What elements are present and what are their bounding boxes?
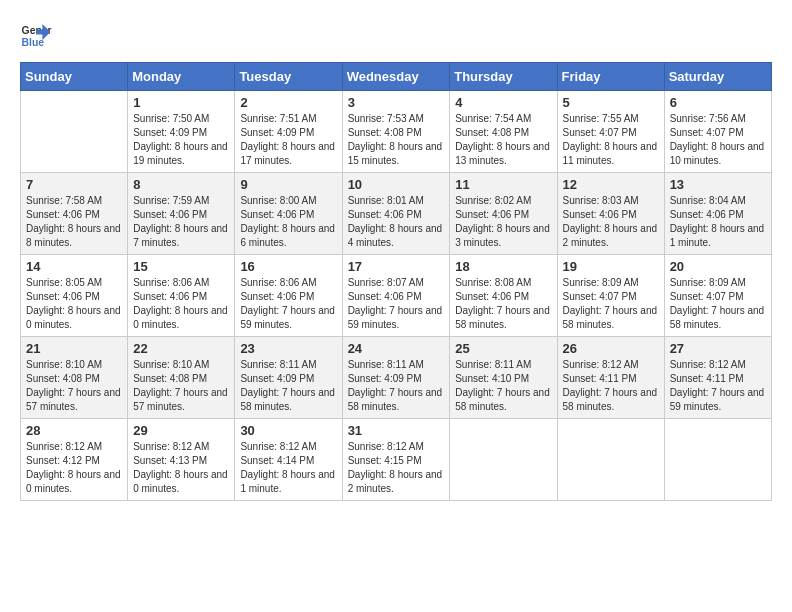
day-number: 9 — [240, 177, 336, 192]
sunrise-text: Sunrise: 8:12 AM — [133, 441, 209, 452]
day-info: Sunrise: 8:01 AMSunset: 4:06 PMDaylight:… — [348, 194, 445, 250]
day-info: Sunrise: 8:12 AMSunset: 4:14 PMDaylight:… — [240, 440, 336, 496]
calendar-cell: 25Sunrise: 8:11 AMSunset: 4:10 PMDayligh… — [450, 337, 557, 419]
daylight-text: Daylight: 8 hours and 0 minutes. — [133, 305, 228, 330]
calendar-week-1: 1Sunrise: 7:50 AMSunset: 4:09 PMDaylight… — [21, 91, 772, 173]
day-info: Sunrise: 8:04 AMSunset: 4:06 PMDaylight:… — [670, 194, 766, 250]
daylight-text: Daylight: 8 hours and 17 minutes. — [240, 141, 335, 166]
day-info: Sunrise: 8:07 AMSunset: 4:06 PMDaylight:… — [348, 276, 445, 332]
daylight-text: Daylight: 8 hours and 0 minutes. — [26, 469, 121, 494]
calendar-cell: 24Sunrise: 8:11 AMSunset: 4:09 PMDayligh… — [342, 337, 450, 419]
calendar-cell: 17Sunrise: 8:07 AMSunset: 4:06 PMDayligh… — [342, 255, 450, 337]
sunset-text: Sunset: 4:09 PM — [240, 127, 314, 138]
day-number: 1 — [133, 95, 229, 110]
calendar-cell: 27Sunrise: 8:12 AMSunset: 4:11 PMDayligh… — [664, 337, 771, 419]
calendar-cell: 13Sunrise: 8:04 AMSunset: 4:06 PMDayligh… — [664, 173, 771, 255]
sunset-text: Sunset: 4:12 PM — [26, 455, 100, 466]
svg-text:Blue: Blue — [22, 37, 45, 48]
daylight-text: Daylight: 8 hours and 6 minutes. — [240, 223, 335, 248]
sunset-text: Sunset: 4:06 PM — [455, 291, 529, 302]
day-number: 6 — [670, 95, 766, 110]
daylight-text: Daylight: 8 hours and 8 minutes. — [26, 223, 121, 248]
sunrise-text: Sunrise: 7:55 AM — [563, 113, 639, 124]
daylight-text: Daylight: 7 hours and 59 minutes. — [240, 305, 335, 330]
day-number: 27 — [670, 341, 766, 356]
day-info: Sunrise: 8:08 AMSunset: 4:06 PMDaylight:… — [455, 276, 551, 332]
sunrise-text: Sunrise: 8:11 AM — [348, 359, 424, 370]
day-info: Sunrise: 8:12 AMSunset: 4:11 PMDaylight:… — [670, 358, 766, 414]
sunset-text: Sunset: 4:11 PM — [670, 373, 744, 384]
calendar-week-2: 7Sunrise: 7:58 AMSunset: 4:06 PMDaylight… — [21, 173, 772, 255]
logo-icon: General Blue — [20, 20, 52, 52]
day-number: 30 — [240, 423, 336, 438]
calendar-cell: 22Sunrise: 8:10 AMSunset: 4:08 PMDayligh… — [128, 337, 235, 419]
daylight-text: Daylight: 8 hours and 10 minutes. — [670, 141, 765, 166]
sunrise-text: Sunrise: 7:51 AM — [240, 113, 316, 124]
calendar-cell: 18Sunrise: 8:08 AMSunset: 4:06 PMDayligh… — [450, 255, 557, 337]
calendar-cell: 16Sunrise: 8:06 AMSunset: 4:06 PMDayligh… — [235, 255, 342, 337]
sunrise-text: Sunrise: 8:09 AM — [670, 277, 746, 288]
daylight-text: Daylight: 8 hours and 7 minutes. — [133, 223, 228, 248]
day-info: Sunrise: 8:11 AMSunset: 4:09 PMDaylight:… — [240, 358, 336, 414]
sunset-text: Sunset: 4:08 PM — [455, 127, 529, 138]
calendar-week-3: 14Sunrise: 8:05 AMSunset: 4:06 PMDayligh… — [21, 255, 772, 337]
sunset-text: Sunset: 4:06 PM — [133, 291, 207, 302]
weekday-header-thursday: Thursday — [450, 63, 557, 91]
weekday-header-monday: Monday — [128, 63, 235, 91]
daylight-text: Daylight: 7 hours and 58 minutes. — [563, 387, 658, 412]
calendar-cell: 23Sunrise: 8:11 AMSunset: 4:09 PMDayligh… — [235, 337, 342, 419]
sunrise-text: Sunrise: 8:07 AM — [348, 277, 424, 288]
sunrise-text: Sunrise: 7:58 AM — [26, 195, 102, 206]
daylight-text: Daylight: 7 hours and 58 minutes. — [240, 387, 335, 412]
calendar-cell: 21Sunrise: 8:10 AMSunset: 4:08 PMDayligh… — [21, 337, 128, 419]
weekday-header-wednesday: Wednesday — [342, 63, 450, 91]
sunrise-text: Sunrise: 7:53 AM — [348, 113, 424, 124]
daylight-text: Daylight: 7 hours and 58 minutes. — [348, 387, 443, 412]
calendar-cell: 30Sunrise: 8:12 AMSunset: 4:14 PMDayligh… — [235, 419, 342, 501]
day-number: 31 — [348, 423, 445, 438]
sunset-text: Sunset: 4:09 PM — [348, 373, 422, 384]
calendar-cell: 26Sunrise: 8:12 AMSunset: 4:11 PMDayligh… — [557, 337, 664, 419]
sunset-text: Sunset: 4:06 PM — [670, 209, 744, 220]
sunset-text: Sunset: 4:07 PM — [563, 291, 637, 302]
sunset-text: Sunset: 4:06 PM — [133, 209, 207, 220]
sunrise-text: Sunrise: 7:54 AM — [455, 113, 531, 124]
sunrise-text: Sunrise: 7:50 AM — [133, 113, 209, 124]
day-number: 2 — [240, 95, 336, 110]
calendar-cell: 19Sunrise: 8:09 AMSunset: 4:07 PMDayligh… — [557, 255, 664, 337]
day-info: Sunrise: 8:12 AMSunset: 4:15 PMDaylight:… — [348, 440, 445, 496]
day-info: Sunrise: 8:05 AMSunset: 4:06 PMDaylight:… — [26, 276, 122, 332]
sunrise-text: Sunrise: 8:11 AM — [455, 359, 531, 370]
sunrise-text: Sunrise: 8:12 AM — [670, 359, 746, 370]
calendar-cell: 10Sunrise: 8:01 AMSunset: 4:06 PMDayligh… — [342, 173, 450, 255]
sunrise-text: Sunrise: 8:04 AM — [670, 195, 746, 206]
sunrise-text: Sunrise: 8:06 AM — [240, 277, 316, 288]
calendar-week-5: 28Sunrise: 8:12 AMSunset: 4:12 PMDayligh… — [21, 419, 772, 501]
logo: General Blue — [20, 20, 60, 52]
calendar-cell: 11Sunrise: 8:02 AMSunset: 4:06 PMDayligh… — [450, 173, 557, 255]
page-header: General Blue — [20, 20, 772, 52]
day-number: 18 — [455, 259, 551, 274]
day-info: Sunrise: 8:02 AMSunset: 4:06 PMDaylight:… — [455, 194, 551, 250]
day-number: 13 — [670, 177, 766, 192]
sunrise-text: Sunrise: 8:12 AM — [240, 441, 316, 452]
sunrise-text: Sunrise: 7:59 AM — [133, 195, 209, 206]
daylight-text: Daylight: 7 hours and 59 minutes. — [348, 305, 443, 330]
day-number: 12 — [563, 177, 659, 192]
daylight-text: Daylight: 8 hours and 15 minutes. — [348, 141, 443, 166]
sunset-text: Sunset: 4:14 PM — [240, 455, 314, 466]
calendar-cell: 28Sunrise: 8:12 AMSunset: 4:12 PMDayligh… — [21, 419, 128, 501]
sunset-text: Sunset: 4:15 PM — [348, 455, 422, 466]
daylight-text: Daylight: 7 hours and 58 minutes. — [670, 305, 765, 330]
day-number: 3 — [348, 95, 445, 110]
calendar-cell: 15Sunrise: 8:06 AMSunset: 4:06 PMDayligh… — [128, 255, 235, 337]
day-info: Sunrise: 8:12 AMSunset: 4:12 PMDaylight:… — [26, 440, 122, 496]
day-info: Sunrise: 7:58 AMSunset: 4:06 PMDaylight:… — [26, 194, 122, 250]
day-number: 17 — [348, 259, 445, 274]
sunrise-text: Sunrise: 8:12 AM — [26, 441, 102, 452]
daylight-text: Daylight: 8 hours and 19 minutes. — [133, 141, 228, 166]
calendar-cell: 7Sunrise: 7:58 AMSunset: 4:06 PMDaylight… — [21, 173, 128, 255]
day-info: Sunrise: 8:11 AMSunset: 4:10 PMDaylight:… — [455, 358, 551, 414]
sunset-text: Sunset: 4:07 PM — [670, 127, 744, 138]
sunset-text: Sunset: 4:06 PM — [563, 209, 637, 220]
